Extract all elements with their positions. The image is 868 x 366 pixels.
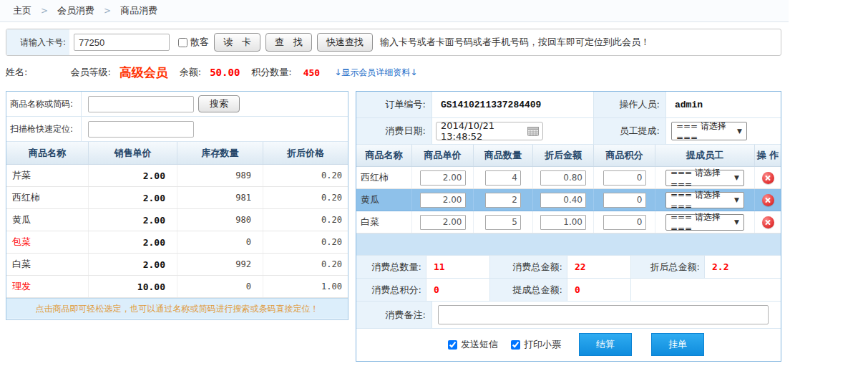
order-no-label: 订单编号: [356, 92, 432, 117]
barcode-scan-row: 扫描枪快速定位: [6, 117, 348, 142]
col-header-stock-qty: 库存数量 [177, 142, 263, 164]
calendar-icon[interactable] [527, 126, 539, 136]
quick-find-button[interactable]: 快速查找 [317, 33, 373, 52]
col-header-discount-amount: 折后金额 [533, 145, 594, 166]
member-points-value: 450 [303, 67, 320, 78]
item-points-input[interactable] [603, 215, 646, 230]
item-points-input[interactable] [603, 193, 646, 208]
breadcrumb-item-member-consume[interactable]: 会员消费 [57, 4, 94, 17]
summary-row-1: 消费总数量: 11 消费总金额: 22 折后总金额: 2.2 [356, 256, 781, 279]
product-row[interactable]: 芹菜 2.00 989 0.20 [6, 165, 348, 187]
item-points-input[interactable] [603, 170, 646, 186]
find-button[interactable]: 查 找 [265, 33, 312, 52]
item-staff-select[interactable]: === 请选择 === ▼ [665, 170, 744, 186]
item-price-input[interactable] [420, 215, 466, 230]
product-list-panel: 商品名称或简码: 搜索 扫描枪快速定位: 商品名称 销售单价 库存数量 折后价格… [6, 91, 348, 320]
product-stock: 0 [177, 276, 263, 297]
operator-label: 操作人员: [594, 92, 666, 117]
item-staff-select[interactable]: === 请选择 === ▼ [665, 192, 744, 208]
item-amount-input[interactable] [540, 170, 586, 186]
product-search-input[interactable] [88, 96, 194, 112]
card-number-input[interactable] [74, 34, 170, 51]
member-name-label: 姓名: [6, 66, 27, 79]
send-sms-checkbox[interactable] [448, 340, 457, 350]
col-header-item-name: 商品名称 [356, 145, 412, 166]
remark-input[interactable] [438, 305, 769, 324]
order-info-row-1: 订单编号: GS1410211337284409 操作人员: admin [356, 92, 781, 118]
item-price-input[interactable] [420, 193, 466, 208]
product-row[interactable]: 白菜 2.00 992 0.20 [6, 254, 348, 276]
product-stock: 989 [177, 165, 263, 186]
product-panel-note: 点击商品即可轻松选定，也可以通过名称或简码进行搜索或条码直接定位！ [6, 298, 348, 319]
settle-button[interactable]: 结算 [579, 333, 632, 356]
order-panel: 订单编号: GS1410211337284409 操作人员: admin 消费日… [356, 91, 781, 362]
show-member-details-link[interactable]: ↓显示会员详细资料↓ [334, 67, 417, 79]
breadcrumb-item-product-consume: 商品消费 [120, 4, 157, 17]
print-receipt-checkbox[interactable] [511, 340, 520, 350]
barcode-scan-input[interactable] [88, 121, 194, 138]
select-value: === 请选择 === [676, 120, 737, 143]
chevron-down-icon: ▼ [734, 218, 739, 226]
chevron-down-icon: ▼ [734, 196, 739, 203]
walkin-checkbox[interactable] [178, 38, 187, 47]
breadcrumb-item-home[interactable]: 主页 [13, 4, 31, 17]
order-info-row-2: 消费日期: 2014/10/21 13:48:52 员工提成: === 请选择 [356, 118, 781, 145]
item-price-input[interactable] [420, 170, 466, 186]
hold-order-button[interactable]: 挂单 [651, 333, 704, 356]
commission-total-value: 0 [567, 279, 631, 301]
product-price: 2.00 [89, 165, 177, 186]
order-item-row: 西红柿 === 请选择 === ▼ [356, 167, 781, 189]
product-row[interactable]: 包菜 2.00 0 0.20 [6, 231, 348, 254]
col-header-sale-price: 销售单价 [89, 142, 177, 164]
product-name: 白菜 [6, 254, 89, 275]
staff-commission-select[interactable]: === 请选择 === ▼ [671, 122, 747, 140]
product-price: 2.00 [89, 209, 177, 231]
select-value: === 请选择 === [670, 167, 734, 189]
col-header-item-points: 商品积分 [594, 145, 655, 166]
item-qty-input[interactable] [485, 170, 521, 186]
product-stock: 992 [177, 254, 263, 275]
delete-item-icon[interactable] [762, 194, 774, 206]
product-discount-price: 1.00 [263, 276, 348, 297]
select-value: === 请选择 === [670, 211, 734, 233]
col-header-item-qty: 商品数量 [474, 145, 533, 166]
staff-commission-label: 员工提成: [594, 118, 666, 144]
product-name: 包菜 [6, 231, 89, 253]
product-price: 2.00 [89, 187, 177, 208]
col-header-item-price: 商品单价 [412, 145, 474, 166]
item-amount-input[interactable] [540, 215, 586, 230]
total-qty-label: 消费总数量: [356, 256, 426, 278]
product-discount-price: 0.20 [263, 231, 348, 253]
product-price: 2.00 [89, 231, 177, 253]
product-table-header: 商品名称 销售单价 库存数量 折后价格 [6, 142, 348, 165]
summary-empty-cell [631, 279, 781, 301]
order-item-row-selected: 黄瓜 === 请选择 === ▼ [356, 189, 781, 211]
product-row[interactable]: 黄瓜 2.00 980 0.20 [6, 209, 348, 231]
product-search-button[interactable]: 搜索 [198, 95, 240, 112]
product-discount-price: 0.20 [263, 254, 348, 275]
action-row: 发送短信 打印小票 结算 挂单 [356, 329, 781, 360]
breadcrumb-separator-icon: > [41, 6, 48, 16]
product-stock: 980 [177, 209, 263, 231]
item-qty-input[interactable] [485, 193, 521, 208]
member-balance-value: 50.00 [210, 67, 240, 78]
product-name: 西红柿 [6, 187, 89, 208]
product-search-row: 商品名称或简码: 搜索 [6, 92, 348, 117]
item-amount-input[interactable] [540, 193, 586, 208]
item-staff-select[interactable]: === 请选择 === ▼ [665, 214, 744, 231]
delete-item-icon[interactable] [762, 216, 774, 228]
select-value: === 请选择 === [670, 189, 734, 211]
consume-date-input[interactable]: 2014/10/21 13:48:52 [436, 122, 543, 140]
remark-label: 消费备注: [356, 302, 432, 328]
delete-item-icon[interactable] [762, 172, 774, 184]
product-discount-price: 0.20 [263, 187, 348, 208]
total-qty-value: 11 [426, 256, 490, 278]
card-number-label: 请输入卡号: [6, 29, 69, 55]
product-row[interactable]: 西红柿 2.00 981 0.20 [6, 187, 348, 209]
card-lookup-hint: 输入卡号或者卡面号码或者手机号码，按回车即可定位到此会员！ [380, 36, 650, 49]
product-stock: 981 [177, 187, 263, 208]
product-row[interactable]: 理发 10.00 0 1.00 [6, 276, 348, 298]
member-level-value: 高级会员 [120, 64, 168, 81]
read-card-button[interactable]: 读 卡 [214, 33, 260, 52]
item-qty-input[interactable] [485, 215, 521, 230]
